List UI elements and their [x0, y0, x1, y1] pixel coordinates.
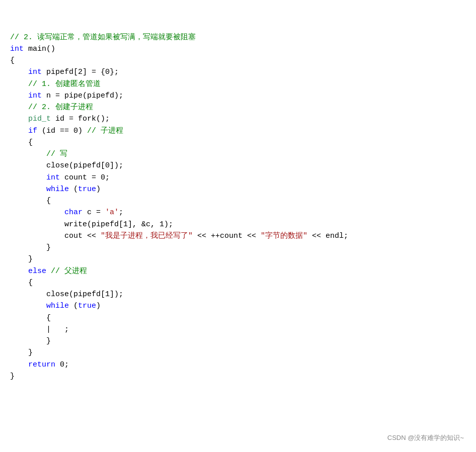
line-comment-write: // 写 — [10, 148, 466, 160]
keyword-int2: int — [28, 68, 42, 76]
line-brace-child: { — [10, 137, 466, 148]
line-cout: cout << "我是子进程，我已经写了" << ++count << "字节的… — [10, 230, 466, 242]
line-write-call: write(pipefd[1], &c, 1); — [10, 219, 466, 230]
line-comment-header: // 2. 读写端正常，管道如果被写满，写端就要被阻塞 — [10, 32, 466, 43]
line-brace-close-while2: } — [10, 335, 466, 347]
char-a: 'a' — [105, 208, 119, 217]
keyword-if: if — [28, 127, 37, 135]
line-while1: while (true) — [10, 184, 466, 195]
string-child-msg: "我是子进程，我已经写了" — [101, 232, 193, 240]
line-if: if (id == 0) // 子进程 — [10, 125, 466, 137]
comment-fork: // 2. 创建子进程 — [10, 103, 93, 112]
keyword-int: int — [10, 45, 24, 53]
comment-child: // 子进程 — [87, 127, 123, 135]
line-cursor-semicolon: | ; — [10, 324, 466, 335]
line-comment-pipe: // 1. 创建匿名管道 — [10, 78, 466, 90]
line-brace-parent: { — [10, 277, 466, 289]
keyword-int3: int — [28, 92, 42, 100]
line-while2: while (true) — [10, 300, 466, 312]
keyword-true2: true — [78, 302, 96, 310]
line-pid-decl: pid_t id = fork(); — [10, 113, 466, 125]
comment-write: // 写 — [10, 150, 67, 158]
line-close-write: close(pipefd[1]); — [10, 289, 466, 300]
line-brace-close-parent: } — [10, 347, 466, 358]
line-brace-while2: { — [10, 312, 466, 324]
comment-header: // 2. 读写端正常，管道如果被写满，写端就要被阻塞 — [10, 33, 196, 42]
comment-parent: // 父进程 — [51, 267, 87, 276]
type-pidt: pid_t — [28, 115, 51, 123]
line-n-decl: int n = pipe(pipefd); — [10, 90, 466, 102]
line-pipefd-decl: int pipefd[2] = {0}; — [10, 66, 466, 78]
line-else: else // 父进程 — [10, 265, 466, 277]
line-count-decl: int count = 0; — [10, 172, 466, 184]
keyword-while1: while — [46, 185, 69, 194]
line-close-read: close(pipefd[0]); — [10, 160, 466, 171]
line-brace-close-while1: } — [10, 242, 466, 253]
line-brace-while1: { — [10, 195, 466, 207]
line-char-decl: char c = 'a'; — [10, 207, 466, 218]
line-brace-close-child: } — [10, 253, 466, 265]
line-main-sig: int main() — [10, 43, 466, 55]
line-brace-open: { — [10, 55, 466, 66]
line-return: return 0; — [10, 359, 466, 371]
line-brace-close-main: } — [10, 371, 466, 382]
keyword-int4: int — [46, 173, 60, 182]
keyword-else: else — [28, 267, 46, 276]
string-bytes: "字节的数据" — [261, 232, 307, 240]
keyword-true1: true — [78, 185, 96, 194]
keyword-char: char — [64, 208, 83, 217]
keyword-return: return — [28, 360, 55, 369]
line-comment-fork: // 2. 创建子进程 — [10, 102, 466, 113]
code-display: // 2. 读写端正常，管道如果被写满，写端就要被阻塞int main(){ i… — [10, 8, 466, 382]
comment-pipe: // 1. 创建匿名管道 — [10, 80, 101, 88]
keyword-while2: while — [46, 302, 69, 310]
watermark: CSDN @没有难学的知识~ — [387, 433, 464, 443]
